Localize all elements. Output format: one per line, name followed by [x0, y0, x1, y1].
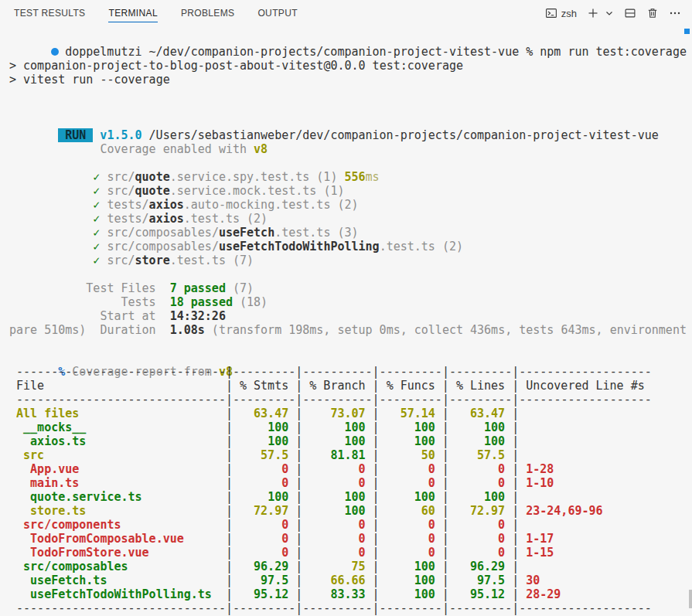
run-project-path: /Users/sebastianweber/dev/companion-proj…: [149, 128, 659, 142]
summary-value: 1.08s: [170, 323, 205, 337]
summary-detail: (7): [226, 281, 254, 295]
test-file-list: ✓ src/quote.service.spy.test.ts(1)556ms …: [9, 156, 692, 254]
test-file-suffix: .test.ts: [184, 212, 240, 226]
cell-lines: 0: [449, 462, 512, 476]
test-file-name: quote: [135, 184, 170, 198]
cell-branch: 66.66: [302, 573, 372, 587]
command-decoration-success-icon[interactable]: [51, 48, 59, 56]
table-header-row: File% Stmts% Branch% Funcs% LinesUncover…: [9, 379, 692, 393]
coverage-row: TodoFromStore.vue00001-15: [9, 546, 692, 560]
test-file-name: store: [135, 254, 170, 267]
panel-tabs: TEST RESULTS TERMINAL PROBLEMS OUTPUT: [14, 0, 321, 26]
cell-uncovered: 28-29: [519, 587, 561, 601]
header-uncovered: Uncovered Line #s: [519, 379, 645, 393]
cell-uncovered: [519, 434, 526, 448]
test-file-dir: src/: [107, 184, 135, 198]
test-file-line: ✓ src/quote.service.spy.test.ts(1)556ms: [9, 156, 692, 170]
test-duration-unit: ms: [366, 170, 380, 184]
cell-file: All files: [16, 407, 226, 420]
test-count: (1): [316, 170, 337, 184]
test-file-dir: tests/: [107, 198, 148, 212]
cell-lines: 0: [449, 518, 512, 532]
coverage-row: src/components0000: [9, 518, 692, 532]
test-file-name: axios: [149, 198, 184, 212]
run-summary: Test Files7 passed (7) Tests18 passed (1…: [9, 267, 692, 323]
cell-uncovered: [519, 420, 526, 434]
tab-test-results[interactable]: TEST RESULTS: [14, 0, 85, 26]
split-terminal-button[interactable]: [624, 7, 636, 19]
tab-output[interactable]: OUTPUT: [257, 0, 297, 26]
vitest-version: v1.5.0: [100, 128, 141, 142]
header-lines: % Lines: [449, 379, 512, 393]
vitest-run-line: RUN v1.5.0 /Users/sebastianweber/dev/com…: [9, 114, 692, 128]
cell-file: useFetchTodoWithPolling.ts: [16, 587, 226, 601]
cell-funcs: 100: [380, 573, 442, 587]
cell-stmts: 57.5: [233, 448, 295, 462]
header-stmts: % Stmts: [233, 379, 295, 393]
chevron-down-icon: [605, 9, 614, 18]
summary-line: Test Files7 passed (7): [9, 267, 692, 281]
run-badge: RUN: [58, 128, 93, 142]
terminal-icon: [545, 7, 557, 19]
kill-terminal-button[interactable]: [646, 7, 659, 19]
summary-detail: (transform 198ms, setup 0ms, collect 436…: [205, 323, 692, 337]
cell-file: useFetch.ts: [16, 573, 226, 587]
trash-icon: [646, 7, 659, 19]
cell-funcs: 0: [380, 518, 442, 532]
cell-stmts: 72.97: [233, 504, 295, 518]
coverage-row: useFetch.ts97.566.6610097.530: [9, 573, 692, 587]
cell-file: TodoFromComposable.vue: [16, 532, 226, 546]
terminal-profile-dropdown[interactable]: [605, 9, 614, 18]
prompt-line: doppelmutzi ~/dev/companion-projects/com…: [9, 31, 692, 45]
test-file-name: useFetch: [219, 226, 274, 240]
cell-stmts: 0: [233, 546, 295, 560]
coverage-row: TodoFromComposable.vue00001-17: [9, 532, 692, 546]
test-file-name: useFetchTodoWithPolling: [219, 240, 380, 254]
coverage-row: __mocks__100100100100: [9, 420, 692, 434]
tab-problems[interactable]: PROBLEMS: [181, 0, 235, 26]
cell-uncovered: 1-17: [519, 532, 554, 546]
test-file-name: quote: [135, 170, 170, 184]
cell-file: axios.ts: [16, 434, 226, 448]
test-file-name: axios: [149, 212, 184, 226]
coverage-row: main.ts00001-10: [9, 476, 692, 490]
cell-uncovered: [519, 490, 526, 504]
cell-stmts: 100: [233, 420, 295, 434]
cell-funcs: 0: [380, 462, 442, 476]
cell-uncovered: [519, 448, 526, 462]
test-file-suffix: .test.ts: [170, 254, 226, 267]
shell-selector[interactable]: zsh: [545, 7, 577, 19]
coverage-row: All files63.4773.0757.1463.47: [9, 407, 692, 420]
test-count: (7): [233, 254, 254, 267]
cell-funcs: 100: [380, 434, 442, 448]
terminal-output-area[interactable]: doppelmutzi ~/dev/companion-projects/com…: [0, 26, 692, 616]
cell-funcs: 0: [380, 476, 442, 490]
cell-funcs: 100: [380, 490, 442, 504]
test-count: (2): [247, 212, 268, 226]
cell-file: src/composables: [16, 560, 226, 573]
cell-stmts: 100: [233, 490, 295, 504]
cell-file: store.ts: [16, 504, 226, 518]
coverage-row: useFetchTodoWithPolling.ts95.1283.331009…: [9, 587, 692, 601]
more-actions-button[interactable]: [669, 7, 681, 19]
test-file-suffix: .service.spy.test.ts: [170, 170, 310, 184]
cell-stmts: 0: [233, 532, 295, 546]
prompt-command: npm run test:coverage: [540, 45, 687, 59]
terminal-actions: zsh: [545, 7, 681, 19]
scrollbar-thumb[interactable]: [689, 590, 692, 608]
cell-file: src/components: [16, 518, 226, 532]
npm-script-line: > companion-project-to-blog-post-about-v…: [9, 59, 692, 73]
cell-file: __mocks__: [16, 420, 226, 434]
plus-icon: [587, 7, 599, 19]
prompt-cwd: ~/dev/companion-projects/companion-proje…: [149, 45, 520, 59]
cell-stmts: 95.12: [233, 587, 295, 601]
table-separator: ------------------------------|---------…: [9, 393, 692, 407]
new-terminal-button[interactable]: [587, 7, 599, 19]
cell-lines: 57.5: [449, 448, 512, 462]
tab-terminal[interactable]: TERMINAL: [108, 0, 157, 26]
cell-branch: 81.81: [302, 448, 372, 462]
cell-file: quote.service.ts: [16, 490, 226, 504]
cell-lines: 100: [449, 434, 512, 448]
cell-stmts: 0: [233, 476, 295, 490]
coverage-enabled-text: Coverage enabled with: [100, 142, 254, 156]
